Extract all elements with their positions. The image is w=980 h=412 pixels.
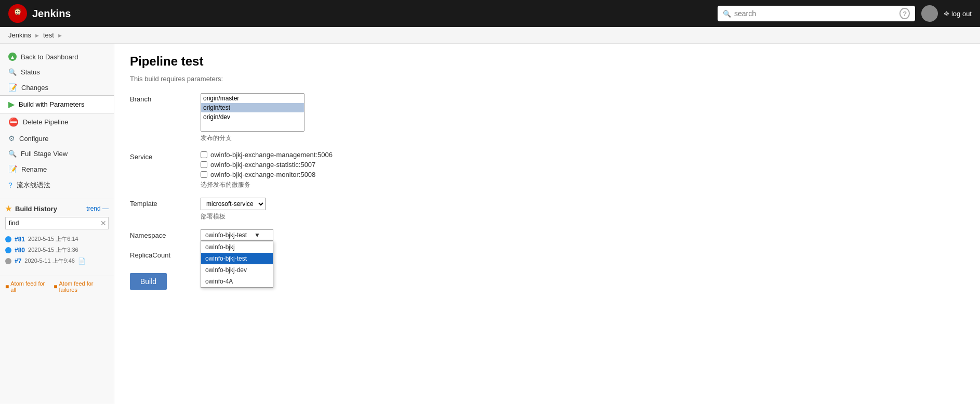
namespace-option-bjkj-test[interactable]: owinfo-bjkj-test <box>201 253 273 264</box>
sidebar-footer: ■ Atom feed for all ■ Atom feed for fail… <box>0 276 114 297</box>
delete-icon: ⛔ <box>8 117 19 127</box>
jenkins-logo-link[interactable]: Jenkins <box>8 4 71 23</box>
service-item-2[interactable]: owinfo-bjkj-exchange-statistic:5007 <box>201 161 408 169</box>
sidebar-label-delete: Delete Pipeline <box>23 118 68 126</box>
find-input[interactable] <box>5 217 109 229</box>
build-link-7[interactable]: #7 <box>15 258 21 265</box>
sidebar-item-status[interactable]: 🔍 Status <box>0 65 114 80</box>
arrow-up-icon: ▲ <box>8 53 17 61</box>
breadcrumb-jenkins[interactable]: Jenkins <box>8 31 31 39</box>
branch-hint: 发布的分支 <box>201 134 408 143</box>
branch-option-test[interactable]: origin/test <box>201 103 304 112</box>
jenkins-logo-icon <box>8 4 27 23</box>
build-link-81[interactable]: #81 <box>15 236 25 243</box>
help-icon[interactable]: ? <box>899 8 910 19</box>
breadcrumb-sep-1: ► <box>34 32 40 38</box>
requires-params-text: This build requires parameters: <box>130 75 964 83</box>
search-input[interactable] <box>734 9 896 18</box>
branch-label: Branch <box>130 93 192 103</box>
svg-point-2 <box>16 11 17 12</box>
namespace-option-4a[interactable]: owinfo-4A <box>201 276 273 287</box>
pipeline-icon: ? <box>8 181 12 189</box>
template-control: microsoft-service 部署模板 <box>201 198 408 221</box>
atom-all-label: Atom feed for all <box>10 280 48 293</box>
build-notes-icon: 📄 <box>78 258 86 265</box>
sidebar-item-full-stage-view[interactable]: 🔍 Full Stage View <box>0 146 114 161</box>
atom-all-link[interactable]: ■ Atom feed for all <box>5 280 48 293</box>
service-label-2: owinfo-bjkj-exchange-statistic:5007 <box>210 161 315 169</box>
branch-option-master[interactable]: origin/master <box>201 94 304 103</box>
atom-failures-label: Atom feed for failures <box>59 280 109 293</box>
template-row: Template microsoft-service 部署模板 <box>130 198 964 221</box>
gear-icon: ⚙ <box>8 134 15 143</box>
branch-option-empty <box>201 122 304 129</box>
trend-link[interactable]: trend — <box>86 205 109 212</box>
branch-option-dev[interactable]: origin/dev <box>201 112 304 122</box>
build-item-81: #81 2020-5-15 上午6:14 <box>5 234 109 244</box>
replicacount-label: ReplicaCount <box>130 249 192 259</box>
build-button[interactable]: Build <box>130 273 167 290</box>
sidebar: ▲ Back to Dashboard 🔍 Status 📝 Changes ▶… <box>0 44 114 404</box>
sidebar-item-rename[interactable]: 📝 Rename <box>0 161 114 177</box>
service-checkbox-3[interactable] <box>201 171 207 178</box>
namespace-row: Namespace owinfo-bjkj-test ▼ owinfo-bjkj… <box>130 229 964 241</box>
breadcrumb: Jenkins ► test ► <box>0 27 980 44</box>
service-control: owinfo-bjkj-exchange-management:5006 owi… <box>201 151 408 189</box>
namespace-select-button[interactable]: owinfo-bjkj-test ▼ <box>201 229 273 241</box>
build-date-80: 2020-5-15 上午3:36 <box>28 246 78 254</box>
service-label-1: owinfo-bjkj-exchange-management:5006 <box>210 151 333 159</box>
build-history-title: Build History <box>15 205 57 213</box>
sidebar-label-status: Status <box>21 68 40 76</box>
sidebar-label-changes: Changes <box>21 84 48 92</box>
rename-icon: 📝 <box>8 165 17 173</box>
find-clear-icon[interactable]: ✕ <box>100 219 107 227</box>
atom-failures-link[interactable]: ■ Atom feed for failures <box>54 280 109 293</box>
changes-icon: 📝 <box>8 83 17 92</box>
branch-control: origin/master origin/test origin/dev 发布的… <box>201 93 408 143</box>
avatar <box>921 5 938 22</box>
build-item-80: #80 2020-5-15 上午3:36 <box>5 244 109 255</box>
sidebar-item-pipeline-syntax[interactable]: ? 流水线语法 <box>0 177 114 194</box>
atom-failures-icon: ■ <box>54 283 57 290</box>
sidebar-item-back-to-dashboard[interactable]: ▲ Back to Dashboard <box>0 49 114 65</box>
search-icon: 🔍 <box>8 68 17 76</box>
branch-select[interactable]: origin/master origin/test origin/dev <box>201 93 304 132</box>
service-item-3[interactable]: owinfo-bjkj-exchange-monitor:5008 <box>201 171 408 178</box>
namespace-dropdown: owinfo-bjkj owinfo-bjkj-test owinfo-bjkj… <box>201 241 273 288</box>
sidebar-item-delete-pipeline[interactable]: ⛔ Delete Pipeline <box>0 113 114 131</box>
template-select[interactable]: microsoft-service <box>201 198 266 210</box>
build-status-dot-80 <box>5 247 11 253</box>
build-link-80[interactable]: #80 <box>15 247 25 254</box>
search-bar: 🔍 ? <box>718 6 915 21</box>
build-history: ★ Build History trend — ✕ #81 2020-5-15 … <box>0 199 114 272</box>
logout-button[interactable]: ⎆ log out <box>944 9 972 18</box>
build-item-7: #7 2020-5-11 上午9:46 📄 <box>5 255 109 266</box>
namespace-option-bjkj[interactable]: owinfo-bjkj <box>201 241 273 253</box>
sidebar-label-build-params: Build with Parameters <box>19 100 84 108</box>
build-status-dot-81 <box>5 236 11 242</box>
branch-row: Branch origin/master origin/test origin/… <box>130 93 964 143</box>
page-title: Pipeline test <box>130 54 964 69</box>
star-icon: ★ <box>5 204 12 213</box>
namespace-option-bjkj-dev[interactable]: owinfo-bjkj-dev <box>201 264 273 276</box>
service-label: Service <box>130 151 192 161</box>
search-icon: 🔍 <box>723 10 731 18</box>
sidebar-item-build-with-parameters[interactable]: ▶ Build with Parameters <box>0 95 114 113</box>
main-layout: ▲ Back to Dashboard 🔍 Status 📝 Changes ▶… <box>0 44 980 404</box>
sidebar-label-rename: Rename <box>21 165 47 173</box>
atom-all-icon: ■ <box>5 283 9 290</box>
main-content: Pipeline test This build requires parame… <box>114 44 980 404</box>
sidebar-label-pipeline-syntax: 流水线语法 <box>17 181 50 190</box>
breadcrumb-test[interactable]: test <box>43 31 54 39</box>
stage-icon: 🔍 <box>8 150 17 158</box>
sidebar-item-configure[interactable]: ⚙ Configure <box>0 131 114 146</box>
build-date-81: 2020-5-15 上午6:14 <box>28 235 78 243</box>
service-hint: 选择发布的微服务 <box>201 181 408 189</box>
sidebar-item-changes[interactable]: 📝 Changes <box>0 80 114 95</box>
service-checkbox-2[interactable] <box>201 161 207 168</box>
template-label: Template <box>130 198 192 208</box>
namespace-selected-value: owinfo-bjkj-test <box>205 231 247 239</box>
jenkins-title: Jenkins <box>32 8 71 20</box>
service-item-1[interactable]: owinfo-bjkj-exchange-management:5006 <box>201 151 408 159</box>
service-checkbox-1[interactable] <box>201 151 207 158</box>
